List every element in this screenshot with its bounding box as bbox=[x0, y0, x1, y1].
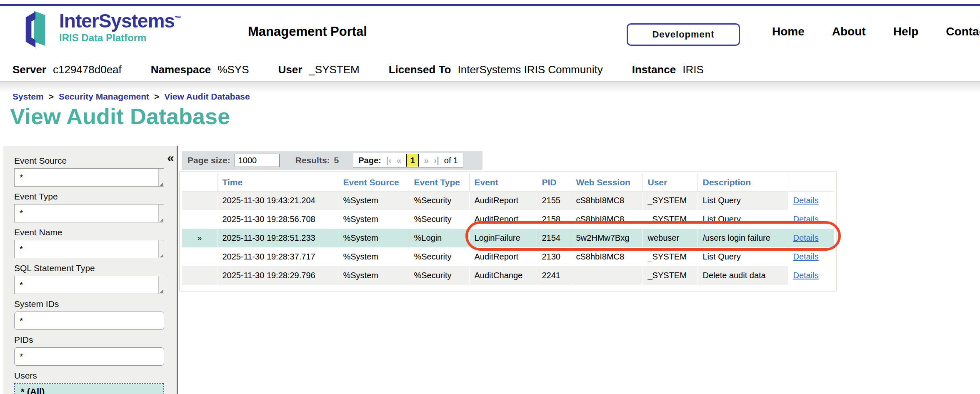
page-of-total: of 1 bbox=[444, 156, 458, 165]
cell-user: _SYSTEM bbox=[642, 247, 698, 266]
page-size-label: Page size: bbox=[188, 155, 230, 165]
event-name-input[interactable] bbox=[14, 240, 164, 258]
details-link[interactable]: Details bbox=[793, 214, 819, 224]
users-option-all[interactable]: * (All) bbox=[15, 384, 163, 394]
system-ids-label: System IDs bbox=[14, 299, 168, 309]
pager: Page: |‹ « 1 » ›| of 1 bbox=[353, 153, 463, 168]
column-header-description: Description bbox=[698, 174, 788, 191]
results-toolbar: Page size: Results: 5 Page: |‹ « 1 » ›| … bbox=[182, 151, 482, 170]
cell-web-session: 5w2HMw7Bxg bbox=[571, 229, 642, 247]
row-marker bbox=[182, 191, 217, 210]
environment-button[interactable]: Development bbox=[627, 23, 740, 46]
filter-event-source: Event Source bbox=[14, 156, 168, 187]
users-listbox[interactable]: * (All) bbox=[14, 383, 164, 394]
resize-handle-icon bbox=[158, 204, 164, 222]
table-row[interactable]: 2025-11-30 19:43:21.204 %System %Securit… bbox=[182, 191, 834, 210]
filter-pids: PIDs bbox=[14, 335, 168, 366]
intersystems-logo-icon bbox=[22, 8, 54, 52]
table-row[interactable]: 2025-11-30 19:28:56.708 %System %Securit… bbox=[182, 210, 834, 229]
breadcrumb-security-management[interactable]: Security Management bbox=[59, 92, 149, 102]
cell-web-session: cS8hbI8MC8 bbox=[571, 210, 642, 229]
nav-about[interactable]: About bbox=[832, 25, 866, 38]
cell-pid: 2130 bbox=[537, 247, 571, 266]
cell-event-source: %System bbox=[338, 210, 409, 229]
table-row[interactable]: 2025-11-30 19:28:29.796 %System %Securit… bbox=[182, 266, 834, 285]
brand-subtitle: IRIS Data Platform bbox=[59, 32, 181, 44]
details-link[interactable]: Details bbox=[793, 233, 819, 242]
sql-statement-type-label: SQL Statement Type bbox=[14, 263, 168, 273]
server-info-bar: Server c129478d0eaf Namespace %SYS User … bbox=[12, 63, 704, 76]
resize-handle-icon bbox=[158, 240, 164, 258]
column-header-event-source: Event Source bbox=[338, 174, 409, 191]
panel-divider bbox=[177, 146, 178, 394]
filter-users: Users * (All) bbox=[14, 371, 168, 394]
management-portal-window: InterSystems™ IRIS Data Platform Managem… bbox=[0, 0, 980, 394]
event-type-label: Event Type bbox=[14, 192, 168, 202]
page-size-input[interactable] bbox=[235, 154, 280, 167]
instance-label: Instance bbox=[632, 63, 676, 76]
cell-user: _SYSTEM bbox=[642, 210, 698, 229]
event-name-label: Event Name bbox=[14, 227, 168, 237]
cell-event-type: %Security bbox=[409, 247, 469, 266]
resize-handle-icon bbox=[158, 276, 164, 294]
table-row[interactable]: 2025-11-30 19:28:37.717 %System %Securit… bbox=[182, 247, 834, 266]
cell-event: AuditReport bbox=[469, 210, 537, 229]
cell-event: AuditChange bbox=[469, 266, 537, 285]
event-source-input[interactable] bbox=[14, 168, 164, 187]
instance-value: IRIS bbox=[682, 63, 704, 76]
server-value: c129478d0eaf bbox=[53, 63, 122, 76]
cell-event: AuditReport bbox=[469, 191, 537, 210]
resize-handle-icon bbox=[158, 169, 164, 186]
details-link[interactable]: Details bbox=[793, 271, 819, 280]
previous-page-icon[interactable]: « bbox=[397, 155, 402, 165]
breadcrumb-separator: > bbox=[49, 92, 54, 102]
selected-row-marker: » bbox=[182, 229, 217, 247]
cell-time: 2025-11-30 19:28:37.717 bbox=[217, 247, 338, 266]
current-page-number[interactable]: 1 bbox=[406, 154, 419, 167]
licensed-to-label: Licensed To bbox=[389, 63, 451, 76]
licensed-to-value: InterSystems IRIS Community bbox=[458, 63, 602, 76]
cell-web-session bbox=[571, 266, 642, 285]
cell-event-type: %Security bbox=[409, 210, 469, 229]
portal-title: Management Portal bbox=[248, 24, 367, 39]
cell-event-source: %System bbox=[338, 191, 409, 210]
cell-description: List Query bbox=[698, 247, 788, 266]
event-type-input[interactable] bbox=[14, 204, 164, 222]
cell-time: 2025-11-30 19:28:29.796 bbox=[217, 266, 338, 285]
table-header-row: Time Event Source Event Type Event PID W… bbox=[182, 174, 834, 191]
details-link[interactable]: Details bbox=[793, 196, 819, 205]
column-header-time: Time bbox=[217, 174, 338, 191]
cell-event: LoginFailure bbox=[469, 229, 537, 247]
last-page-icon[interactable]: ›| bbox=[434, 155, 439, 165]
nav-contact[interactable]: Contact bbox=[946, 25, 980, 38]
first-page-icon[interactable]: |‹ bbox=[386, 155, 392, 165]
users-label: Users bbox=[14, 371, 168, 381]
cell-event-type: %Security bbox=[409, 266, 469, 285]
cell-time: 2025-11-30 19:28:51.233 bbox=[217, 229, 338, 247]
table-row-selected[interactable]: » 2025-11-30 19:28:51.233 %System %Login… bbox=[182, 229, 834, 247]
cell-user: _SYSTEM bbox=[642, 266, 698, 285]
cell-event-type: %Security bbox=[409, 191, 469, 210]
namespace-label: Namespace bbox=[151, 63, 211, 76]
filter-event-name: Event Name bbox=[14, 227, 168, 258]
row-marker bbox=[182, 210, 217, 229]
nav-home[interactable]: Home bbox=[772, 25, 805, 38]
sql-statement-type-input[interactable] bbox=[14, 276, 164, 294]
cell-description: Delete audit data bbox=[698, 266, 788, 285]
system-ids-input[interactable] bbox=[14, 312, 164, 330]
pids-input[interactable] bbox=[14, 347, 164, 366]
breadcrumb-system[interactable]: System bbox=[12, 92, 44, 102]
cell-pid: 2158 bbox=[537, 210, 571, 229]
column-header-marker bbox=[182, 174, 217, 191]
cell-event-source: %System bbox=[338, 247, 409, 266]
nav-help[interactable]: Help bbox=[893, 25, 919, 38]
cell-description: /users login failure bbox=[698, 229, 788, 247]
cell-event: AuditReport bbox=[469, 247, 537, 266]
cell-pid: 2155 bbox=[537, 191, 571, 210]
next-page-icon[interactable]: » bbox=[424, 155, 429, 165]
details-link[interactable]: Details bbox=[793, 252, 819, 261]
audit-table-container: Time Event Source Event Type Event PID W… bbox=[179, 171, 837, 292]
breadcrumb-current-page: View Audit Database bbox=[164, 92, 250, 102]
user-value: _SYSTEM bbox=[309, 63, 359, 76]
cell-event-source: %System bbox=[338, 266, 409, 285]
